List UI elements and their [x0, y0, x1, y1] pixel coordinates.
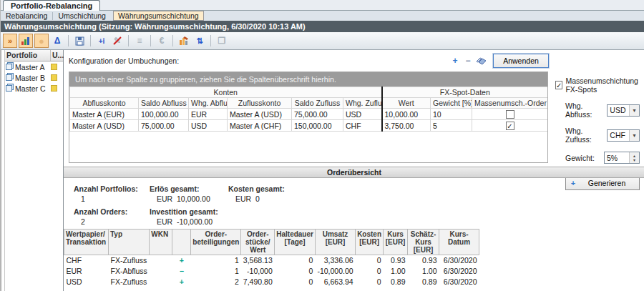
portfolio-rebalancing-window: Portfolio-Rebalancing Rebalancing Umschi…	[0, 0, 644, 291]
col-saldo-zufluss[interactable]: Saldo Zufluss	[292, 98, 343, 109]
status-square-icon	[51, 74, 57, 81]
anzahl-portfolios-label: Anzahl Portfolios:	[74, 184, 150, 193]
col-gewicht[interactable]: Gewicht [%]	[431, 98, 472, 109]
col-haltedauer[interactable]: Haltedauer [Tage]	[275, 230, 316, 255]
groupby-hint-bar[interactable]: Um nach einer Spalte zu gruppieren, zieh…	[69, 72, 547, 87]
chart-icon[interactable]	[19, 34, 33, 48]
apply-button[interactable]: Anwenden	[493, 54, 549, 68]
spin-down-icon[interactable]: ▾	[633, 158, 635, 162]
swap-icon[interactable]: ⇅	[192, 34, 207, 48]
portfolio-item-master-b[interactable]: Master B	[5, 72, 63, 83]
main-tab-strip: Portfolio-Rebalancing	[1, 0, 644, 11]
page-title: Währungsumschichtung (Sitzung: Währungsu…	[1, 21, 644, 32]
no-edit-icon[interactable]: ✎	[110, 34, 125, 48]
column-header-row: Abflusskonto Saldo Abfluss Whg. Abfluss …	[70, 98, 548, 109]
table-row[interactable]: USD FX-Zufluss + 2 7,490.80 0 6,663.94 0…	[64, 277, 479, 287]
tab-portfolio-rebalancing[interactable]: Portfolio-Rebalancing	[3, 0, 100, 11]
whg-abfluss-select[interactable]: USD ▾	[607, 104, 640, 117]
orders-table: Wertpapier/ Transaktion Typ WKN Order- b…	[64, 229, 479, 287]
portfolio-panel: Portfolio U... Master A Master B Master …	[5, 50, 64, 291]
order-overview-header: Orderübersicht	[64, 167, 644, 178]
table-row[interactable]: EUR FX-Abfluss − 1 -10,000 0 -10,000.00 …	[64, 266, 479, 277]
delta-icon[interactable]: Δ	[50, 34, 64, 48]
chart-edit-icon[interactable]	[177, 34, 191, 48]
toolbar-divider	[210, 35, 211, 46]
toolbar-divider	[68, 35, 69, 46]
config-header-row: Konfiguration der Umbuchungen: + − Anwen…	[64, 51, 553, 70]
sliders-icon[interactable]: ≡	[132, 34, 147, 48]
sub-tab-strip: Rebalancing Umschichtung Währungsumschic…	[1, 11, 644, 21]
massenumsch-order-checkbox[interactable]	[506, 110, 514, 119]
col-whg-zufluss[interactable]: Whg. Zufluss	[343, 98, 382, 109]
tab-rebalancing[interactable]: Rebalancing	[1, 11, 52, 21]
toolbar: » ● Δ +i ✎ ≡ € ⇅ ❐	[1, 32, 644, 50]
col-kurs-datum[interactable]: Kurs- Datum	[439, 230, 479, 255]
generate-icon: +	[566, 179, 580, 187]
remove-transfer-icon[interactable]: −	[463, 56, 473, 66]
whg-abfluss-label: Whg. Abfluss:	[565, 102, 607, 119]
massenumschichtung-checkbox-row[interactable]: ✓ Massenumschichtung FX-Spots	[555, 77, 644, 94]
col-sign[interactable]	[172, 230, 191, 255]
gewicht-stepper[interactable]: 5% ▴▾	[604, 152, 640, 164]
massenumschichtung-checkbox[interactable]: ✓	[555, 81, 562, 89]
tab-waehrungsumschichtung[interactable]: Währungsumschichtung	[113, 11, 204, 21]
plus-sign: +	[172, 255, 191, 266]
expand-chevrons-icon[interactable]: »	[3, 34, 17, 48]
status-square-icon	[51, 64, 57, 70]
table-row[interactable]: Master A (USD) 75,000.00 USD Master A (C…	[70, 120, 548, 132]
orders-header-row: Wertpapier/ Transaktion Typ WKN Order- b…	[64, 230, 479, 255]
euro-icon[interactable]: €	[155, 34, 169, 48]
plus-sign: +	[172, 277, 191, 287]
portfolio-icon	[6, 73, 14, 82]
portfolio-item-master-c[interactable]: Master C	[5, 83, 63, 94]
investition-gesamt-label: Investition gesamt:	[150, 207, 228, 216]
portfolio-column-header[interactable]: Portfolio	[5, 50, 51, 61]
toolbar-divider	[172, 35, 173, 46]
col-schaetz-kurs[interactable]: Schätz- Kurs [EUR]	[408, 230, 439, 255]
chevron-down-icon[interactable]: ▾	[629, 130, 639, 141]
group-header-konten[interactable]: Konten	[70, 87, 382, 98]
sphere-icon[interactable]: ●	[34, 34, 49, 48]
col-saldo-abfluss[interactable]: Saldo Abfluss	[139, 98, 189, 109]
kosten-gesamt-value: EUR 0	[228, 194, 285, 203]
order-summary: Anzahl Portfolios:1 Erlös gesamt:EUR 10,…	[74, 184, 285, 226]
whg-zufluss-select[interactable]: CHF ▾	[607, 129, 640, 142]
col-kosten[interactable]: Kosten [EUR]	[356, 230, 384, 255]
u-column-header[interactable]: U...	[51, 50, 63, 61]
status-square-icon	[51, 85, 57, 92]
save-icon[interactable]	[72, 34, 87, 48]
table-row[interactable]: CHF FX-Zufluss + 1 3,568.13 0 3,336.06 0…	[64, 255, 479, 266]
window-icon[interactable]: ❐	[215, 34, 229, 48]
col-orderbeteiligungen[interactable]: Order- beteiligungen	[191, 230, 241, 255]
col-kurs[interactable]: Kurs [EUR]	[384, 230, 408, 255]
col-orderstuecke-wert[interactable]: Order- stücke/ Wert	[241, 230, 275, 255]
table-row[interactable]: Master A (EUR) 100,000.00 EUR Master A (…	[70, 109, 548, 120]
kosten-gesamt-label: Kosten gesamt:	[228, 184, 285, 193]
col-whg-abfluss[interactable]: Whg. Abfluss	[189, 98, 228, 109]
portfolio-icon	[6, 84, 14, 93]
minus-sign: −	[172, 266, 191, 277]
investition-gesamt-value: EUR -10,000.00	[150, 217, 228, 226]
col-wkn[interactable]: WKN	[150, 230, 172, 255]
add-info-icon[interactable]: +i	[94, 34, 109, 48]
col-wert[interactable]: Wert	[382, 98, 431, 109]
erloes-gesamt-label: Erlös gesamt:	[150, 184, 228, 193]
col-zuflusskonto[interactable]: Zuflusskonto	[228, 98, 292, 109]
tab-umschichtung[interactable]: Umschichtung	[53, 11, 111, 21]
massenumsch-order-checkbox[interactable]: ✓	[506, 122, 514, 130]
add-transfer-icon[interactable]: +	[450, 56, 460, 66]
massenumschichtung-label: Massenumschichtung FX-Spots	[565, 77, 644, 94]
portfolio-item-label: Master A	[15, 63, 51, 71]
col-abflusskonto[interactable]: Abflusskonto	[70, 98, 139, 109]
col-typ[interactable]: Typ	[109, 230, 150, 255]
col-massenumsch-order[interactable]: Massenumsch.-Order	[472, 98, 548, 109]
portfolio-item-master-a[interactable]: Master A	[5, 61, 63, 72]
toolbar-divider	[128, 35, 129, 46]
col-wertpapier-transaktion[interactable]: Wertpapier/ Transaktion	[64, 230, 109, 255]
col-umsatz[interactable]: Umsatz [EUR]	[315, 230, 355, 255]
portfolio-panel-header: Portfolio U...	[5, 50, 63, 61]
chevron-down-icon[interactable]: ▾	[629, 105, 639, 116]
eraser-icon[interactable]	[476, 57, 486, 65]
group-header-fx-spot[interactable]: FX-Spot-Daten	[382, 87, 548, 98]
anzahl-orders-value: 2	[74, 217, 150, 226]
